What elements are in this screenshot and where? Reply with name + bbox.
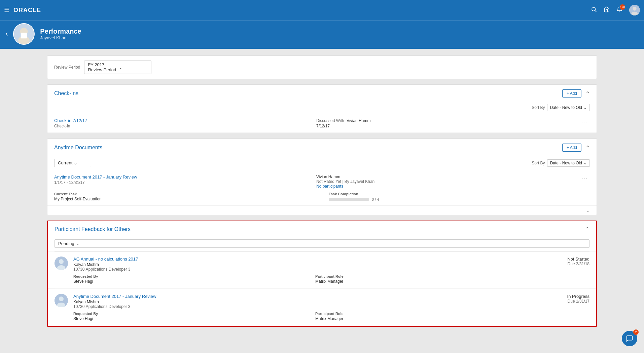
checkin-more-icon[interactable]: ⋯ xyxy=(578,118,590,125)
participant-role-value-1: Matrix Manager xyxy=(315,279,544,284)
participant-job-title-2: 10730.Applications Developer 3 xyxy=(73,304,544,309)
user-avatar[interactable] xyxy=(629,5,640,15)
requested-by-value-2: Steve Hagi xyxy=(73,316,302,321)
doc-item-top-row: Anytime Document 2017 - January Review 1… xyxy=(54,174,590,189)
doc-rating: Not Rated Yet | By Jayavel Khan xyxy=(316,179,565,184)
checkin-discussed-value: Vivian Hamm xyxy=(347,118,370,123)
checkins-sort-label: Sort By xyxy=(532,105,545,110)
review-period-value: FY 2017 Review Period xyxy=(88,62,117,72)
participant-body-2: Anytime Document 2017 - January Review K… xyxy=(73,294,544,321)
anytime-docs-filter-bar: Current ⌄ Sort By Date - New to Old ⌄ xyxy=(47,155,597,170)
search-icon[interactable] xyxy=(591,6,597,14)
participant-body-1: AG Annual - no calculations 2017 Kalyan … xyxy=(73,257,544,284)
doc-link[interactable]: Anytime Document 2017 - January Review xyxy=(54,174,137,180)
participant-feedback-header: Participant Feedback for Others ⌃ xyxy=(48,221,596,236)
menu-icon[interactable]: ☰ xyxy=(4,6,9,14)
anytime-docs-filter-select[interactable]: Current ⌄ xyxy=(54,159,91,167)
participant-detail-row-1: Requested By Steve Hagi Participant Role… xyxy=(73,274,544,284)
participant-detail-left-2: Requested By Steve Hagi xyxy=(73,312,302,321)
doc-task-row: Current Task My Project Self-Evaluation … xyxy=(54,189,590,201)
checkins-sort-bar: Sort By Date - New to Old ⌄ xyxy=(47,101,597,114)
checkin-type: Check-in xyxy=(54,124,303,128)
checkins-sort-value: Date - New to Old xyxy=(550,105,582,110)
participant-status-1: Not Started xyxy=(549,257,589,262)
checkins-section: Check-Ins + Add ⌃ Sort By Date - New to … xyxy=(47,84,597,133)
checkins-title: Check-Ins xyxy=(54,90,78,96)
participant-job-title-1: 10730.Applications Developer 3 xyxy=(73,267,544,272)
doc-expand-icon[interactable]: ⌄ xyxy=(585,207,590,213)
anytime-docs-header: Anytime Documents + Add ⌃ xyxy=(47,139,597,155)
profile-bar: ‹ Performance Jayavel Khan xyxy=(0,20,644,49)
requested-by-label-1: Requested By xyxy=(73,274,302,278)
checkins-collapse-icon[interactable]: ⌃ xyxy=(585,90,590,97)
checkins-sort-select[interactable]: Date - New to Old ⌄ xyxy=(547,104,590,111)
participant-due-2: Due 1/31/17 xyxy=(549,299,589,304)
anytime-docs-collapse-icon[interactable]: ⌃ xyxy=(585,145,590,151)
requested-by-value-1: Steve Hagi xyxy=(73,279,302,284)
doc-task-value: My Project Self-Evaluation xyxy=(54,197,315,201)
svg-point-10 xyxy=(59,259,64,264)
doc-more-icon[interactable]: ⋯ xyxy=(578,174,590,182)
doc-item-left: Anytime Document 2017 - January Review 1… xyxy=(54,174,303,189)
participant-detail-right-2: Participant Role Matrix Manager xyxy=(315,312,544,321)
header-icons: 170 xyxy=(591,5,640,15)
checkins-add-button[interactable]: + Add xyxy=(562,89,581,97)
doc-task-left: Current Task My Project Self-Evaluation xyxy=(54,192,315,201)
svg-point-0 xyxy=(592,7,596,11)
checkin-left: Check-in 7/12/17 Check-in xyxy=(54,118,303,128)
participant-role-label-1: Participant Role xyxy=(315,274,544,278)
profile-app-title: Performance xyxy=(40,28,81,35)
svg-point-3 xyxy=(633,7,636,10)
participant-role-value-2: Matrix Manager xyxy=(315,316,544,321)
review-period-bar: Review Period FY 2017 Review Period ⌄ xyxy=(47,55,597,79)
requested-by-label-2: Requested By xyxy=(73,312,302,316)
notification-icon[interactable]: 170 xyxy=(616,6,622,14)
participant-name-2: Kalyan Mishra xyxy=(73,300,544,304)
checkins-header: Check-Ins + Add ⌃ xyxy=(47,85,597,101)
checkins-header-right: + Add ⌃ xyxy=(562,89,590,97)
review-period-select[interactable]: FY 2017 Review Period ⌄ xyxy=(84,61,151,74)
anytime-docs-sort-chevron: ⌄ xyxy=(583,161,587,165)
main-content: Review Period FY 2017 Review Period ⌄ Ch… xyxy=(0,49,644,353)
anytime-docs-sort-select[interactable]: Date - New to Old ⌄ xyxy=(547,159,590,167)
anytime-docs-sort-value: Date - New to Old xyxy=(550,161,582,165)
participant-role-label-2: Participant Role xyxy=(315,312,544,316)
participant-status-2: In Progress xyxy=(549,294,589,299)
svg-point-13 xyxy=(59,297,64,301)
participant-avatar-1 xyxy=(55,257,68,270)
anytime-docs-filter-chevron: ⌄ xyxy=(74,160,77,165)
doc-participants[interactable]: No participants xyxy=(316,184,565,189)
participant-avatar-2 xyxy=(55,294,68,307)
doc-task-label: Current Task xyxy=(54,192,315,196)
notification-badge: 170 xyxy=(620,4,625,10)
checkin-link[interactable]: Check-in 7/12/17 xyxy=(54,118,87,123)
home-icon[interactable] xyxy=(604,6,610,14)
checkin-item: Check-in 7/12/17 Check-in Discussed With… xyxy=(47,114,597,133)
checkin-right: Discussed With Vivian Hamm 7/12/17 xyxy=(316,118,565,128)
participant-detail-right-1: Participant Role Matrix Manager xyxy=(315,274,544,284)
progress-bar-container: 0 / 4 xyxy=(329,197,590,201)
anytime-docs-add-button[interactable]: + Add xyxy=(562,144,581,152)
svg-line-1 xyxy=(595,10,596,12)
checkin-date: 7/12/17 xyxy=(316,124,565,128)
back-button[interactable]: ‹ xyxy=(5,30,8,38)
anytime-docs-sort-label: Sort By xyxy=(532,161,545,165)
participant-doc-link-2[interactable]: Anytime Document 2017 - January Review xyxy=(73,294,156,299)
anytime-docs-section: Anytime Documents + Add ⌃ Current ⌄ Sort… xyxy=(47,139,597,215)
participant-doc-link-1[interactable]: AG Annual - no calculations 2017 xyxy=(73,257,138,262)
doc-reviewer: Vivian Hamm xyxy=(316,174,565,179)
participant-detail-left-1: Requested By Steve Hagi xyxy=(73,274,302,284)
doc-task-completion-label: Task Completion xyxy=(329,192,590,196)
participant-filter-chevron: ⌄ xyxy=(76,241,79,246)
chat-bubble[interactable]: 2 xyxy=(622,331,637,346)
profile-picture xyxy=(13,23,35,45)
participant-feedback-collapse-icon[interactable]: ⌃ xyxy=(585,226,589,232)
participant-filter-select[interactable]: Pending ⌄ xyxy=(55,239,589,248)
oracle-logo: ORACLE xyxy=(13,7,41,14)
app-header: ☰ ORACLE 170 xyxy=(0,0,644,20)
anytime-docs-filter-value: Current xyxy=(58,160,72,165)
chat-badge: 2 xyxy=(633,329,639,335)
participant-status-area-2: In Progress Due 1/31/17 xyxy=(549,294,589,304)
review-period-label: Review Period xyxy=(54,65,80,70)
progress-bar-bg xyxy=(329,198,369,201)
